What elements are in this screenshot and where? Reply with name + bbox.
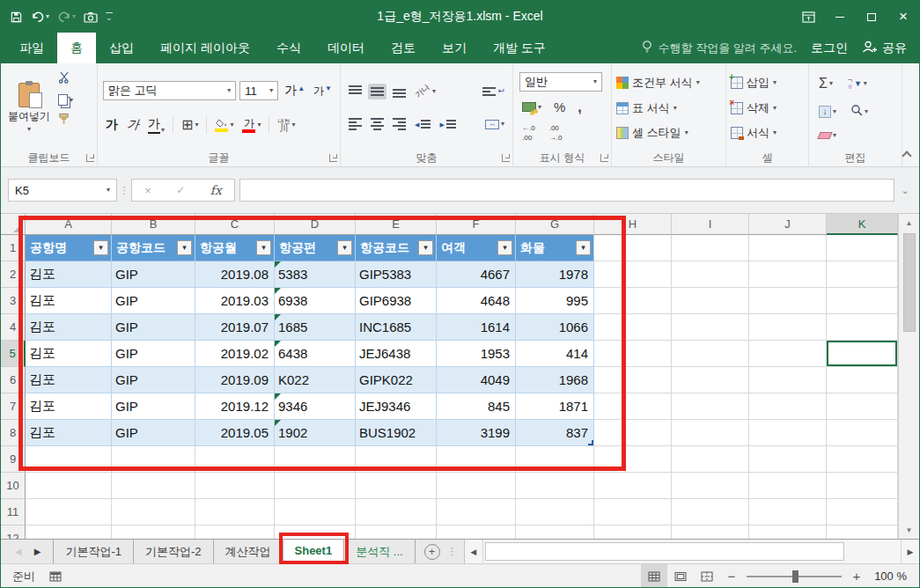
cell-E9[interactable] (356, 446, 437, 473)
cell-C11[interactable] (195, 499, 275, 526)
align-bottom-button[interactable] (390, 84, 408, 99)
cell-D4[interactable]: 1685 (275, 314, 356, 341)
align-right-button[interactable] (390, 116, 408, 132)
cell-F11[interactable] (437, 499, 516, 526)
cell-A11[interactable] (26, 499, 112, 526)
cell-E8[interactable]: BUS1902 (356, 420, 437, 446)
comma-style-button[interactable]: , (575, 101, 584, 114)
row-header-5[interactable]: 5 (1, 341, 26, 367)
cell-H8[interactable] (594, 420, 672, 446)
cell-H3[interactable] (594, 288, 672, 314)
column-header-H[interactable]: H (594, 214, 672, 235)
font-color-button[interactable]: 가 ▾ (239, 116, 263, 135)
tab-formulas[interactable]: 수식 (263, 33, 314, 63)
column-header-J[interactable]: J (749, 214, 827, 235)
enter-check-icon[interactable]: ✓ (176, 184, 185, 196)
decrease-font-size-button[interactable]: 가▼ (311, 84, 335, 99)
align-center-button[interactable] (368, 116, 386, 132)
cell-I7[interactable] (672, 393, 749, 420)
cell-G5[interactable]: 414 (516, 341, 594, 367)
cell-J2[interactable] (749, 261, 827, 288)
camera-icon[interactable] (84, 11, 98, 23)
cell-E12[interactable] (356, 526, 437, 539)
cell-H4[interactable] (594, 314, 672, 341)
cell-E3[interactable]: GIP6938 (356, 288, 437, 314)
table-header-cell-C1[interactable]: 항공월▾ (195, 235, 275, 261)
cell-B3[interactable]: GIP (112, 288, 195, 314)
number-format-select[interactable]: 일반 ▾ (519, 72, 602, 92)
align-left-button[interactable] (346, 116, 364, 132)
cell-D12[interactable] (275, 526, 356, 539)
cell-K4[interactable] (827, 314, 898, 341)
cell-H2[interactable] (594, 261, 672, 288)
cell-H10[interactable] (594, 473, 672, 499)
cell-B8[interactable]: GIP (112, 420, 195, 446)
formula-input[interactable] (239, 179, 894, 202)
maximize-button[interactable] (856, 1, 887, 33)
clear-button[interactable]: ▾ (816, 130, 839, 141)
filter-button[interactable]: ▾ (497, 240, 512, 255)
select-all-corner[interactable] (1, 214, 26, 235)
macro-record-icon[interactable] (49, 571, 62, 582)
cell-G8[interactable]: 837 (516, 420, 594, 446)
decrease-decimal-button[interactable]: .00 →.0 (547, 122, 565, 143)
cell-D11[interactable] (275, 499, 356, 526)
cell-K8[interactable] (827, 420, 898, 446)
table-header-cell-E1[interactable]: 항공코드▾ (356, 235, 437, 261)
find-select-button[interactable]: ▾ (848, 102, 871, 121)
cell-E4[interactable]: INC1685 (356, 314, 437, 341)
cell-A12[interactable] (26, 526, 112, 539)
table-header-cell-D1[interactable]: 항공편▾ (275, 235, 356, 261)
sheet-tab-분석직[interactable]: 분석직 ... (343, 540, 415, 563)
column-header-K[interactable]: K (827, 214, 898, 235)
tab-review[interactable]: 검토 (378, 33, 429, 63)
cell-D6[interactable]: K022 (275, 367, 356, 393)
table-header-cell-F1[interactable]: 여객▾ (437, 235, 516, 261)
borders-button[interactable]: ⊞▾ (179, 116, 201, 134)
font-name-select[interactable]: 맑은 고딕 ▾ (103, 81, 236, 100)
cell-I8[interactable] (672, 420, 749, 446)
cell-styles-button[interactable]: 셀 스타일▾ (616, 125, 721, 141)
orientation-button[interactable]: 가나▾ (412, 84, 438, 99)
cell-C3[interactable]: 2019.03 (195, 288, 275, 314)
cell-K9[interactable] (827, 446, 898, 473)
cell-K2[interactable] (827, 261, 898, 288)
cell-B9[interactable] (112, 446, 195, 473)
autosum-button[interactable]: Σ▾ (816, 75, 835, 92)
cell-E5[interactable]: JEJ6438 (356, 341, 437, 367)
cell-J5[interactable] (749, 341, 827, 367)
cell-I11[interactable] (672, 499, 749, 526)
cell-C7[interactable]: 2019.12 (195, 393, 275, 420)
cell-J1[interactable] (749, 235, 827, 261)
cell-H9[interactable] (594, 446, 672, 473)
cell-E6[interactable]: GIPK022 (356, 367, 437, 393)
cell-K7[interactable] (827, 393, 898, 420)
cell-H5[interactable] (594, 341, 672, 367)
ribbon-display-options-icon[interactable] (792, 1, 824, 33)
row-header-4[interactable]: 4 (1, 314, 26, 341)
zoom-slider-thumb[interactable] (792, 570, 799, 583)
tab-bar-splitter[interactable]: ⋮ (447, 546, 457, 557)
cell-I12[interactable] (672, 526, 749, 539)
dialog-launcher-icon[interactable] (329, 154, 337, 162)
cell-A3[interactable]: 김포 (26, 288, 112, 314)
cell-E11[interactable] (356, 499, 437, 526)
cell-A10[interactable] (26, 473, 112, 499)
cell-F4[interactable]: 1614 (437, 314, 516, 341)
cell-C4[interactable]: 2019.07 (195, 314, 275, 341)
cell-F7[interactable]: 845 (437, 393, 516, 420)
cell-A9[interactable] (26, 446, 112, 473)
decrease-indent-button[interactable]: ◀ (412, 118, 433, 130)
dialog-launcher-icon[interactable] (86, 154, 94, 162)
cell-A6[interactable]: 김포 (26, 367, 112, 393)
cancel-icon[interactable]: × (144, 184, 151, 197)
cell-E10[interactable] (356, 473, 437, 499)
cell-I1[interactable] (672, 235, 749, 261)
cell-C8[interactable]: 2019.05 (195, 420, 275, 446)
column-header-F[interactable]: F (437, 214, 516, 235)
cell-F9[interactable] (437, 446, 516, 473)
cell-D2[interactable]: 5383 (275, 261, 356, 288)
cell-I6[interactable] (672, 367, 749, 393)
row-header-12[interactable]: 12 (1, 526, 26, 539)
cell-F10[interactable] (437, 473, 516, 499)
